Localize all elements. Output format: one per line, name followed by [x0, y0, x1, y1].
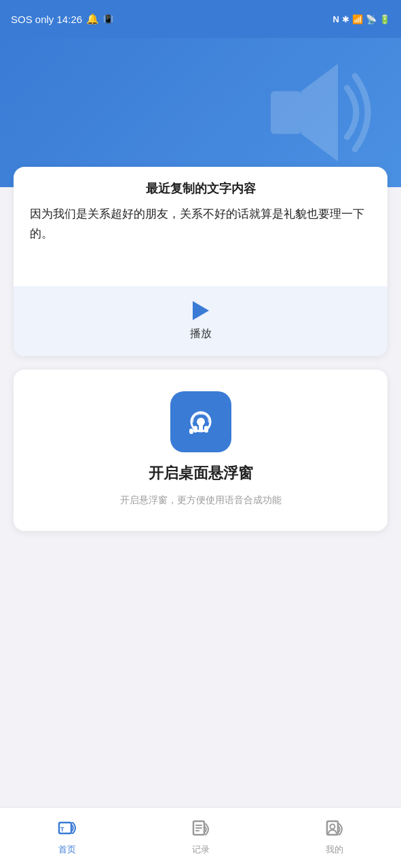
play-triangle-icon	[193, 301, 209, 320]
float-title: 开启桌面悬浮窗	[149, 463, 253, 484]
wifi-icon: 📡	[366, 14, 377, 24]
status-left: SOS only 14:26 🔔 📳	[11, 13, 113, 25]
finger-touch-icon	[183, 404, 218, 439]
nav-item-mine[interactable]: 我的	[307, 816, 362, 856]
signal-icon: 📶	[352, 14, 363, 24]
float-desc: 开启悬浮窗，更方便使用语音合成功能	[120, 494, 282, 507]
status-right: N ✱ 📶 📡 🔋	[333, 14, 390, 24]
hero-section	[0, 38, 401, 187]
nav-label-mine: 我的	[326, 844, 343, 856]
float-window-card[interactable]: 开启桌面悬浮窗 开启悬浮窗，更方便使用语音合成功能	[14, 370, 387, 531]
status-text: SOS only 14:26	[11, 14, 82, 25]
nav-label-records: 记录	[192, 844, 210, 856]
profile-icon	[324, 817, 345, 839]
svg-rect-5	[193, 426, 197, 433]
sim-icon: 📳	[103, 14, 113, 24]
clipboard-title: 最近复制的文字内容	[14, 167, 387, 205]
battery-icon: 🔋	[379, 14, 390, 24]
nav-item-home[interactable]: T 首页	[40, 816, 94, 856]
clipboard-text: 因为我们是关系超好的朋友，关系不好的话就算是礼貌也要理一下的。	[14, 205, 387, 286]
home-icon: T	[56, 817, 78, 839]
main-content: 最近复制的文字内容 因为我们是关系超好的朋友，关系不好的话就算是礼貌也要理一下的…	[0, 167, 401, 531]
play-button[interactable]: 播放	[14, 286, 387, 356]
notification-icon: 🔔	[86, 13, 99, 25]
float-icon-bg	[170, 391, 231, 452]
svg-rect-4	[199, 423, 203, 431]
svg-rect-6	[204, 426, 208, 433]
home-nav-icon: T	[55, 816, 79, 840]
nav-label-home: 首页	[58, 844, 76, 856]
speaker-bg-icon	[259, 52, 381, 174]
nfc-icon: N	[333, 14, 339, 24]
svg-rect-0	[271, 92, 301, 134]
play-label: 播放	[190, 327, 212, 341]
svg-marker-1	[301, 64, 338, 161]
status-bar: SOS only 14:26 🔔 📳 N ✱ 📶 📡 🔋	[0, 0, 401, 38]
bottom-nav: T 首页 记录	[0, 807, 401, 868]
records-icon	[190, 817, 212, 839]
svg-rect-7	[189, 429, 193, 434]
clipboard-card: 最近复制的文字内容 因为我们是关系超好的朋友，关系不好的话就算是礼貌也要理一下的…	[14, 167, 387, 356]
bluetooth-icon: ✱	[342, 14, 349, 24]
svg-point-15	[330, 825, 335, 829]
nav-item-records[interactable]: 记录	[174, 816, 228, 856]
svg-text:T: T	[60, 826, 64, 833]
records-nav-icon	[189, 816, 213, 840]
mine-nav-icon	[322, 816, 347, 840]
